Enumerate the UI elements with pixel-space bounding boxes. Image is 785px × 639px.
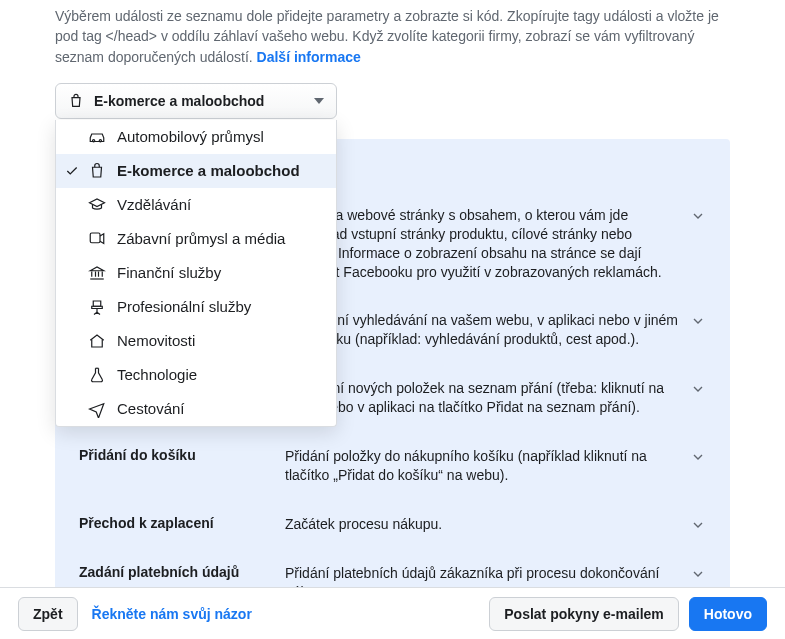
intro-text: Výběrem události ze seznamu dole přidejt… bbox=[55, 0, 730, 83]
chevron-down-icon bbox=[690, 313, 706, 329]
dropdown-item-label: Zábavní průmysl a média bbox=[117, 230, 285, 247]
dropdown-item-house[interactable]: Nemovitosti bbox=[56, 324, 336, 358]
event-description: Začátek procesu nákupu. bbox=[285, 515, 680, 534]
chevron-down-icon bbox=[314, 98, 324, 104]
chevron-down-icon bbox=[690, 449, 706, 465]
dropdown-item-bag[interactable]: E-komerce a maloobchod bbox=[56, 154, 336, 188]
dropdown-item-label: Automobilový průmysl bbox=[117, 128, 264, 145]
event-description: Provedení vyhledávání na vašem webu, v a… bbox=[285, 311, 680, 349]
email-button[interactable]: Poslat pokyny e-mailem bbox=[489, 597, 679, 631]
dropdown-item-plane[interactable]: Cestování bbox=[56, 392, 336, 426]
expand-toggle[interactable] bbox=[690, 206, 706, 224]
dropdown-item-label: Profesionální služby bbox=[117, 298, 251, 315]
chevron-down-icon bbox=[690, 208, 706, 224]
dropdown-item-car[interactable]: Automobilový průmysl bbox=[56, 120, 336, 154]
flask-icon bbox=[88, 366, 106, 384]
chevron-down-icon bbox=[690, 566, 706, 582]
dropdown-item-grad[interactable]: Vzdělávání bbox=[56, 188, 336, 222]
media-icon bbox=[88, 230, 106, 248]
dropdown-item-label: Finanční služby bbox=[117, 264, 221, 281]
dropdown-item-label: E-komerce a maloobchod bbox=[117, 162, 300, 179]
event-title: Přidání do košíku bbox=[79, 447, 275, 463]
bag-icon bbox=[68, 93, 84, 109]
svg-point-0 bbox=[93, 140, 95, 142]
footer-bar: Zpět Řekněte nám svůj názor Poslat pokyn… bbox=[0, 587, 785, 639]
event-row: Přechod k zaplaceníZačátek procesu nákup… bbox=[79, 503, 706, 552]
event-title: Zadání platebních údajů bbox=[79, 564, 275, 580]
expand-toggle[interactable] bbox=[690, 447, 706, 465]
dropdown-item-label: Vzdělávání bbox=[117, 196, 191, 213]
expand-toggle[interactable] bbox=[690, 311, 706, 329]
dropdown-item-label: Cestování bbox=[117, 400, 185, 417]
feedback-link[interactable]: Řekněte nám svůj názor bbox=[92, 606, 252, 622]
category-select[interactable]: E-komerce a maloobchod bbox=[55, 83, 337, 119]
event-description: Návštěva webové stránky s obsahem, o kte… bbox=[285, 206, 680, 282]
plane-icon bbox=[88, 400, 106, 418]
chevron-down-icon bbox=[690, 381, 706, 397]
chevron-down-icon bbox=[690, 517, 706, 533]
car-icon bbox=[88, 128, 106, 146]
event-description: Přidávání nových položek na seznam přání… bbox=[285, 379, 680, 417]
expand-toggle[interactable] bbox=[690, 564, 706, 582]
category-dropdown: Automobilový průmyslE-komerce a maloobch… bbox=[55, 120, 337, 427]
back-button[interactable]: Zpět bbox=[18, 597, 78, 631]
dropdown-item-label: Technologie bbox=[117, 366, 197, 383]
done-button[interactable]: Hotovo bbox=[689, 597, 767, 631]
dropdown-item-chair[interactable]: Profesionální služby bbox=[56, 290, 336, 324]
more-info-link[interactable]: Další informace bbox=[257, 49, 361, 65]
dropdown-item-label: Nemovitosti bbox=[117, 332, 195, 349]
check-icon bbox=[65, 164, 79, 178]
grad-icon bbox=[88, 196, 106, 214]
bank-icon bbox=[88, 264, 106, 282]
dropdown-item-media[interactable]: Zábavní průmysl a média bbox=[56, 222, 336, 256]
dropdown-item-bank[interactable]: Finanční služby bbox=[56, 256, 336, 290]
expand-toggle[interactable] bbox=[690, 515, 706, 533]
category-selected-label: E-komerce a maloobchod bbox=[94, 93, 264, 109]
expand-toggle[interactable] bbox=[690, 379, 706, 397]
svg-point-1 bbox=[99, 140, 101, 142]
house-icon bbox=[88, 332, 106, 350]
svg-rect-2 bbox=[90, 233, 100, 243]
bag-icon bbox=[88, 162, 106, 180]
event-row: Přidání do košíkuPřidání položky do náku… bbox=[79, 435, 706, 503]
event-description: Přidání položky do nákupního košíku (nap… bbox=[285, 447, 680, 485]
event-title: Přechod k zaplacení bbox=[79, 515, 275, 531]
chair-icon bbox=[88, 298, 106, 316]
dropdown-item-flask[interactable]: Technologie bbox=[56, 358, 336, 392]
